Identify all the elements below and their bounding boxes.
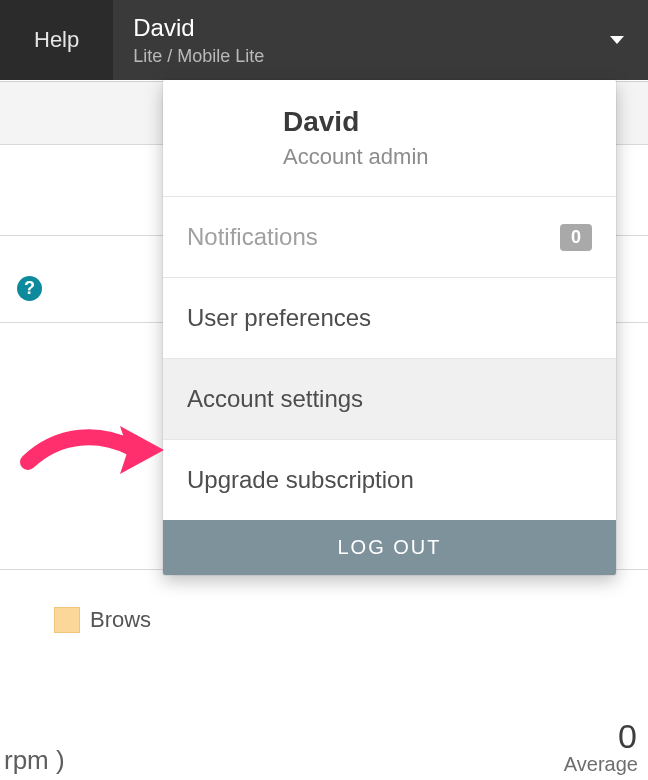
metric-readout: 0 Average [564,719,638,776]
svg-marker-0 [120,426,164,474]
dropdown-header: David Account admin [163,80,616,196]
dropdown-subtitle: Account admin [283,144,596,170]
topbar: Help David Lite / Mobile Lite [0,0,648,80]
notifications-badge: 0 [560,224,592,251]
help-menu[interactable]: Help [0,0,113,80]
help-label: Help [34,27,79,53]
chevron-down-icon [610,36,624,44]
metric-unit: rpm ) [4,745,65,776]
user-plan: Lite / Mobile Lite [133,45,264,68]
legend-item[interactable]: Brows [54,607,151,633]
help-icon-glyph: ? [24,278,35,299]
menu-item-label: Upgrade subscription [187,466,414,494]
menu-item-label: Account settings [187,385,363,413]
legend-swatch-icon [54,607,80,633]
user-preferences-item[interactable]: User preferences [163,278,616,358]
upgrade-subscription-item[interactable]: Upgrade subscription [163,440,616,520]
legend-label: Brows [90,607,151,633]
menu-item-label: User preferences [187,304,371,332]
notifications-label: Notifications [187,223,318,251]
metric-row: rpm ) 0 Average [0,719,648,780]
page-body: ? Brows rpm ) 0 Average David Account ad… [0,80,648,780]
metric-label: Average [564,753,638,776]
logout-label: LOG OUT [337,536,441,558]
help-icon[interactable]: ? [17,276,42,301]
logout-button[interactable]: LOG OUT [163,520,616,575]
dropdown-title: David [283,106,596,138]
annotation-arrow-icon [20,418,164,482]
metric-value: 0 [564,719,638,753]
user-menu-names: David Lite / Mobile Lite [133,13,264,68]
user-primary-name: David [133,13,264,43]
notifications-item[interactable]: Notifications 0 [163,197,616,277]
user-menu-trigger[interactable]: David Lite / Mobile Lite [113,0,648,80]
user-dropdown: David Account admin Notifications 0 User… [163,80,616,575]
account-settings-item[interactable]: Account settings [163,359,616,439]
